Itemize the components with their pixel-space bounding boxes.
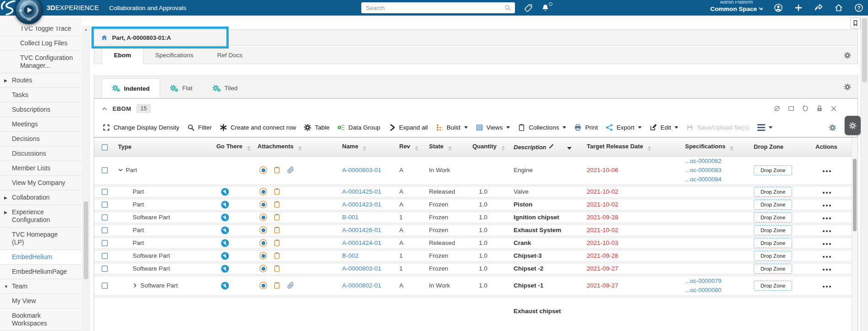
specification-link[interactable]: ...oc-0000079 [685, 277, 746, 286]
user-icon[interactable] [774, 3, 783, 12]
drop-zone-button[interactable]: Drop Zone [754, 264, 792, 274]
column-header-type[interactable]: Type [111, 138, 209, 156]
plus-icon[interactable] [794, 3, 803, 12]
row-checkbox[interactable] [102, 167, 108, 174]
row-checkbox[interactable] [102, 189, 108, 195]
row-actions-menu[interactable] [822, 203, 832, 208]
row-checkbox[interactable] [102, 240, 108, 246]
column-header-specs[interactable]: Specifications [678, 138, 746, 156]
row-actions-menu[interactable] [822, 216, 832, 221]
panel-settings-gear-button[interactable] [845, 116, 861, 135]
view-tab-flat[interactable]: Flat [160, 78, 203, 98]
row-actions-menu[interactable] [822, 241, 832, 247]
drop-zone-button[interactable]: Drop Zone [754, 165, 792, 175]
clipboard-copy-icon[interactable] [273, 226, 281, 234]
row-checkbox[interactable] [102, 214, 108, 221]
row-checkbox[interactable] [102, 282, 108, 289]
specification-link[interactable]: ...oc-0000080 [685, 286, 746, 295]
sort-arrows-icon[interactable] [730, 146, 734, 151]
column-header-description[interactable]: Description [506, 138, 579, 156]
part-name-link[interactable]: A-0001425-01 [342, 188, 381, 195]
sidebar-item-embedheliumpage[interactable]: EmbedHeliumPage [0, 264, 81, 279]
toolbar-menu-button[interactable] [757, 124, 772, 131]
clipboard-copy-icon[interactable] [273, 265, 281, 272]
search-icon[interactable] [504, 4, 511, 11]
specification-link[interactable]: ...oc-0000083 [685, 166, 746, 175]
drop-zone-button[interactable]: Drop Zone [754, 238, 792, 248]
column-header-state[interactable]: State [422, 138, 465, 156]
sidebar-item-tasks[interactable]: Tasks [0, 87, 81, 102]
sort-descending-icon[interactable] [567, 147, 572, 150]
column-header-attachments[interactable]: Attachments [250, 138, 335, 156]
toolbar-change-display-density-button[interactable]: Change Display Density [102, 124, 179, 131]
eye-preview-icon[interactable] [259, 166, 267, 174]
part-name-link[interactable]: A-0001424-01 [342, 239, 381, 246]
sort-arrows-icon[interactable] [247, 146, 251, 151]
table-scrollbar[interactable] [852, 138, 857, 331]
view-tab-tiled[interactable]: Tiled [203, 78, 248, 98]
drop-zone-button[interactable]: Drop Zone [754, 281, 792, 291]
row-checkbox[interactable] [102, 253, 108, 259]
part-name-link[interactable]: A-0000803-01 [342, 167, 381, 174]
sidebar-item-my-view[interactable]: My View [0, 293, 81, 308]
eye-preview-icon[interactable] [259, 226, 267, 234]
clipboard-copy-icon[interactable] [273, 188, 281, 195]
sort-arrows-icon[interactable] [298, 146, 302, 151]
sidebar-item-meetings[interactable]: Meetings [0, 117, 81, 131]
eye-preview-icon[interactable] [259, 201, 267, 208]
sidebar-item-embedhelium[interactable]: EmbedHelium [0, 250, 81, 264]
sort-arrows-icon[interactable] [415, 146, 418, 151]
view-tab-indented[interactable]: Indented [102, 78, 160, 98]
tab-ebom[interactable]: Ebom [102, 46, 144, 64]
search-input[interactable] [365, 4, 504, 12]
drop-zone-button[interactable]: Drop Zone [754, 225, 792, 235]
clipboard-copy-icon[interactable] [273, 252, 281, 260]
go-there-icon[interactable] [221, 201, 250, 209]
tab-ref-docs[interactable]: Ref Docs [205, 47, 255, 64]
tag-icon[interactable] [524, 4, 533, 12]
go-there-icon[interactable] [221, 226, 250, 234]
expander-chevron-right-icon[interactable] [133, 283, 138, 288]
go-there-icon[interactable] [221, 188, 250, 196]
sidebar-item-experience-configuration[interactable]: ▶Experience Configuration [0, 205, 81, 227]
part-name-link[interactable]: A-0001423-01 [342, 201, 381, 208]
refresh-icon[interactable] [773, 105, 781, 112]
sidebar-item-tvc-homepage-lp[interactable]: TVC Homepage (LP) [0, 227, 81, 250]
column-header-target[interactable]: Target Release Date [579, 138, 678, 156]
part-name-link[interactable]: B-001 [342, 214, 359, 221]
part-name-link[interactable]: A-0000803-01 [342, 265, 381, 272]
drop-zone-button[interactable]: Drop Zone [754, 251, 792, 261]
go-there-icon[interactable] [221, 239, 250, 247]
scroll-up-arrow-icon[interactable]: ▲ [83, 27, 89, 32]
eye-preview-icon[interactable] [259, 188, 267, 195]
part-name-link[interactable]: B-002 [342, 252, 359, 259]
toolbar-create-and-connect-row-button[interactable]: Create and connect row [220, 124, 296, 131]
sidebar-item-tvc-toggle-trace[interactable]: TVC Toggle Trace [0, 27, 81, 36]
eye-preview-icon[interactable] [259, 282, 267, 289]
paperclip-attachment-icon[interactable] [287, 166, 295, 174]
lock-icon[interactable] [816, 105, 823, 112]
row-actions-menu[interactable] [822, 267, 832, 272]
clipboard-copy-icon[interactable] [273, 239, 281, 247]
sort-arrows-icon[interactable] [363, 146, 366, 151]
column-header-quantity[interactable]: Quantity [465, 138, 506, 156]
bookmark-widget-button[interactable] [850, 17, 861, 29]
go-there-icon[interactable] [221, 282, 250, 290]
column-header-select[interactable] [94, 138, 111, 156]
toolbar-table-button[interactable]: Table [304, 124, 329, 131]
row-actions-menu[interactable] [822, 168, 832, 174]
sidebar-item-member-lists[interactable]: Member Lists [0, 161, 81, 175]
clipboard-copy-icon[interactable] [273, 201, 281, 208]
column-header-name[interactable]: Name [335, 138, 392, 156]
sidebar-item-subscriptions[interactable]: Subscriptions [0, 102, 81, 117]
eye-preview-icon[interactable] [259, 252, 267, 260]
row-checkbox[interactable] [102, 201, 108, 208]
share-icon[interactable] [814, 3, 823, 12]
close-icon[interactable] [830, 105, 837, 112]
toolbar-expand-all-button[interactable]: Expand all [388, 124, 428, 131]
space-selector[interactable]: Admin Platform Common Space [710, 1, 763, 16]
sidebar-scroll-thumb[interactable] [84, 201, 88, 279]
toolbar-print-button[interactable]: Print [574, 124, 598, 131]
go-there-icon[interactable] [221, 265, 250, 273]
bell-icon[interactable] [541, 4, 550, 12]
